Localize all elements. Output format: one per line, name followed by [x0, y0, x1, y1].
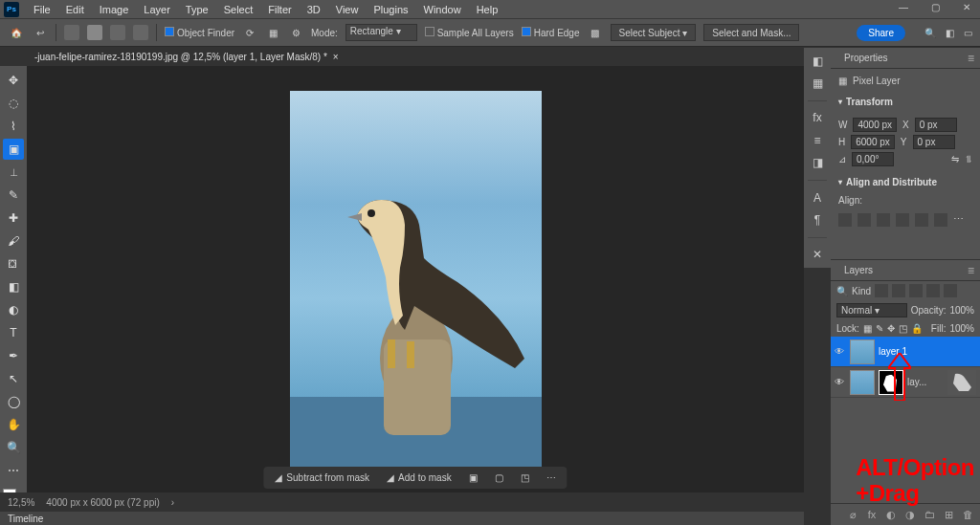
visibility-icon[interactable]: 👁 [835, 377, 846, 387]
arrange-icon[interactable]: ▭ [964, 28, 972, 38]
lock-frame-icon[interactable]: ◳ [899, 323, 907, 334]
filter-shape-icon[interactable] [926, 284, 940, 297]
zoom-level[interactable]: 12,5% [8, 497, 34, 508]
filter-type-icon[interactable] [909, 284, 923, 297]
eraser-tool[interactable]: ◧ [3, 276, 24, 297]
search-icon[interactable]: 🔍 [924, 28, 936, 38]
stamp-tool[interactable]: ⛋ [3, 253, 24, 274]
eyedropper-tool[interactable]: ✎ [3, 185, 24, 206]
layers-menu-icon[interactable]: ≡ [968, 264, 974, 277]
home-icon[interactable]: 🏠 [8, 24, 25, 41]
group-icon[interactable]: 🗀 [923, 508, 936, 521]
new-layer-icon[interactable]: ⊞ [942, 508, 955, 521]
transform-section[interactable]: Transform [831, 93, 980, 111]
more-tools[interactable]: ⋯ [3, 460, 24, 481]
flip-h-icon[interactable]: ⇋ [951, 154, 959, 164]
path-tool[interactable]: ↖ [3, 368, 24, 389]
sample-all-layers-toggle[interactable]: Sample All Layers [425, 27, 514, 38]
angle-field[interactable]: 0,00° [852, 152, 894, 166]
filter-kind-select[interactable]: Kind [852, 286, 871, 296]
fill-field[interactable]: 100% [949, 323, 974, 334]
filter-adjust-icon[interactable] [892, 284, 905, 297]
gradient-tool[interactable]: ◐ [3, 299, 24, 320]
properties-tab[interactable]: Properties [836, 50, 896, 66]
history-panel-icon[interactable]: ✕ [807, 246, 828, 264]
document-canvas[interactable] [290, 91, 542, 469]
align-left-icon[interactable] [838, 213, 852, 227]
select-subject-button[interactable]: Select Subject ▾ [611, 24, 697, 41]
lock-pos-icon[interactable]: ✥ [887, 323, 895, 334]
align-center-v-icon[interactable] [915, 213, 928, 227]
add-selection-icon[interactable] [87, 25, 102, 40]
brush-tool[interactable]: 🖌 [3, 230, 24, 252]
mode-select[interactable]: Rectangle ▾ [345, 24, 417, 41]
zoom-tool[interactable]: 🔍 [3, 437, 24, 458]
settings-icon[interactable]: ⚙ [288, 25, 303, 40]
subtract-selection-icon[interactable] [110, 25, 125, 40]
doc-info[interactable]: 4000 px x 6000 px (72 ppi) [46, 497, 159, 508]
align-more-icon[interactable]: ⋯ [953, 213, 964, 227]
minimize-button[interactable]: — [893, 2, 914, 12]
new-selection-icon[interactable] [64, 25, 79, 40]
canvas-option-icon-3[interactable]: ◳ [517, 470, 533, 485]
tab-close-icon[interactable]: × [333, 52, 339, 62]
menu-image[interactable]: Image [93, 2, 136, 17]
properties-menu-icon[interactable]: ≡ [968, 52, 974, 65]
filter-smart-icon[interactable] [944, 284, 957, 297]
menu-3d[interactable]: 3D [301, 2, 327, 17]
crop-tool[interactable]: ⟂ [3, 162, 24, 183]
hand-tool[interactable]: ✋ [3, 414, 24, 435]
object-selection-tool[interactable]: ▣ [3, 139, 24, 160]
canvas-option-icon-1[interactable]: ▣ [465, 470, 481, 485]
doc-info-arrow-icon[interactable]: › [171, 497, 174, 508]
color-panel-icon[interactable]: ◧ [807, 52, 828, 70]
x-field[interactable]: 0 px [915, 118, 957, 132]
align-section[interactable]: Align and Distribute [831, 173, 980, 191]
menu-edit[interactable]: Edit [59, 2, 91, 17]
lock-all-icon[interactable]: 🔒 [911, 323, 923, 334]
subtract-from-mask-button[interactable]: ◢ Subtract from mask [271, 470, 373, 485]
share-button[interactable]: Share [857, 25, 905, 41]
back-icon[interactable]: ↩ [33, 25, 48, 40]
align-top-icon[interactable] [896, 213, 909, 227]
align-right-icon[interactable] [877, 213, 890, 227]
visibility-icon[interactable]: 👁 [835, 346, 846, 357]
fx-icon[interactable]: fx [865, 508, 879, 521]
align-bottom-icon[interactable] [934, 213, 947, 227]
lock-trans-icon[interactable]: ▦ [863, 323, 872, 334]
shape-tool[interactable]: ◯ [3, 391, 24, 412]
hard-edge-toggle[interactable]: Hard Edge [522, 27, 580, 38]
refresh-icon[interactable]: ⟳ [242, 25, 257, 40]
mask-overlay-icon[interactable]: ▩ [588, 25, 603, 40]
workspace-icon[interactable]: ◧ [946, 28, 954, 38]
canvas-option-icon-2[interactable]: ▢ [491, 470, 507, 485]
move-tool[interactable]: ✥ [3, 70, 24, 91]
close-button[interactable]: ✕ [957, 2, 976, 12]
menu-filter[interactable]: Filter [261, 2, 298, 17]
height-field[interactable]: 6000 px [851, 135, 895, 149]
delete-layer-icon[interactable]: 🗑 [961, 508, 974, 521]
layers-tab[interactable]: Layers [836, 262, 880, 278]
maximize-button[interactable]: ▢ [925, 2, 946, 12]
swatches-panel-icon[interactable]: ▦ [807, 74, 828, 92]
intersect-selection-icon[interactable] [133, 25, 148, 40]
y-field[interactable]: 0 px [913, 135, 955, 149]
type-tool[interactable]: T [3, 322, 24, 343]
marquee-tool[interactable]: ◌ [3, 93, 24, 114]
menu-type[interactable]: Type [179, 2, 215, 17]
character-panel-icon[interactable]: A [807, 188, 828, 207]
timeline-panel[interactable]: Timeline [0, 512, 804, 525]
canvas-more-icon[interactable]: ⋯ [543, 470, 560, 485]
link-layers-icon[interactable]: ⌀ [846, 508, 859, 521]
align-center-h-icon[interactable] [858, 213, 871, 227]
layer-thumb[interactable] [850, 339, 875, 364]
width-field[interactable]: 4000 px [853, 118, 897, 132]
adjustment-layer-icon[interactable]: ◑ [903, 508, 917, 521]
pen-tool[interactable]: ✒ [3, 345, 24, 366]
lasso-tool[interactable]: ⌇ [3, 116, 24, 137]
mask-icon[interactable]: ◐ [884, 508, 898, 521]
lock-paint-icon[interactable]: ✎ [876, 323, 883, 334]
layer-thumb[interactable] [850, 370, 875, 395]
menu-plugins[interactable]: Plugins [367, 2, 414, 17]
styles-panel-icon[interactable]: ≡ [807, 131, 828, 149]
